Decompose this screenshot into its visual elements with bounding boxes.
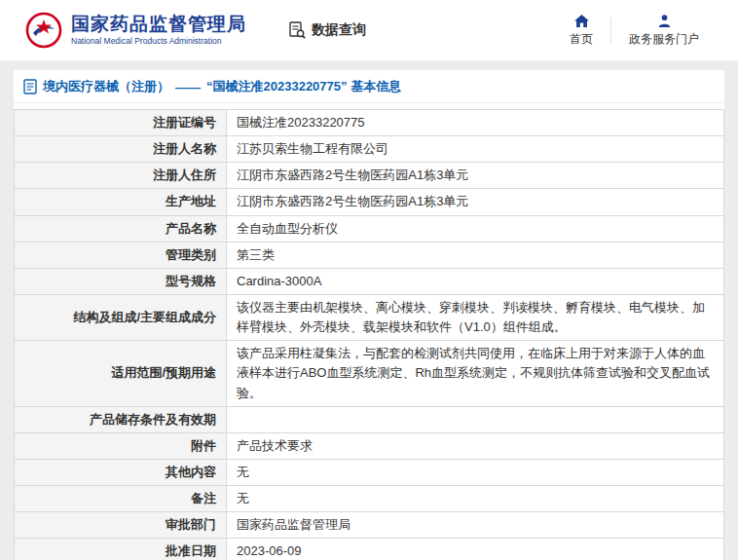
table-row: 其他内容 无 [15,459,724,485]
table-row: 备注 无 [15,486,724,512]
brand[interactable]: 国家药品监督管理局 National Medical Products Admi… [25,12,246,49]
field-value: 2023-06-09 [227,539,724,560]
field-label: 审批部门 [15,512,227,539]
table-row: 注册人住所 江阴市东盛西路2号生物医药园A1栋3单元 [15,163,724,189]
field-value: 第三类 [227,242,724,268]
person-icon [657,14,672,28]
table-row: 批准日期 2023-06-09 [15,539,724,560]
field-label: 管理类别 [15,242,227,268]
field-label: 其他内容 [15,459,227,485]
field-value: 无 [227,459,724,485]
home-icon [573,14,590,28]
field-value: 江阴市东盛西路2号生物医药园A1栋3单元 [227,163,724,189]
table-row: 产品名称 全自动血型分析仪 [15,215,724,242]
field-value: 国家药品监督管理局 [227,512,724,539]
breadcrumb-detail: “国械注准20233220775” 基本信息 [206,78,401,95]
field-value: 该仪器主要由机架模块、离心模块、穿刺模块、判读模块、孵育模块、电气模块、加样臂模… [227,294,724,340]
field-value: 产品技术要求 [227,432,724,459]
table-row: 产品储存条件及有效期 [15,406,724,432]
table-row: 结构及组成/主要组成成分 该仪器主要由机架模块、离心模块、穿刺模块、判读模块、孵… [15,294,724,340]
field-value [227,406,724,432]
site-title: 国家药品监督管理局 [71,14,246,35]
data-query-button[interactable]: 数据查询 [287,20,366,40]
field-label: 型号规格 [15,268,227,294]
table-row: 审批部门 国家药品监督管理局 [15,512,724,539]
field-value: 无 [227,486,724,512]
field-value: 全自动血型分析仪 [227,215,724,242]
breadcrumb-separator: —— [175,80,201,94]
nav-home[interactable]: 首页 [552,14,610,48]
table-row: 附件 产品技术要求 [15,432,724,459]
content-card: 境内医疗器械（注册） —— “国械注准20233220775” 基本信息 注册证… [14,70,724,560]
registration-info-table: 注册证编号 国械注准20233220775 注册人名称 江苏贝索生物工程有限公司… [14,109,724,560]
site-subtitle: National Medical Products Administration [71,37,246,47]
data-query-label: 数据查询 [312,21,366,39]
field-value: Cardina-3000A [227,268,724,294]
field-label: 备注 [15,486,227,512]
field-label: 附件 [15,432,227,459]
nav-home-label: 首页 [570,31,593,48]
nav-portal-label: 政务服务门户 [629,31,699,48]
field-label: 产品名称 [15,215,227,242]
field-label: 注册人名称 [15,136,227,163]
table-row: 型号规格 Cardina-3000A [15,268,724,294]
field-label: 注册证编号 [15,110,227,136]
field-label: 生产地址 [15,189,227,215]
field-value: 该产品采用柱凝集法，与配套的检测试剂共同使用，在临床上用于对来源于人体的血液样本… [227,341,724,406]
field-label: 产品储存条件及有效期 [15,406,227,432]
table-row: 注册证编号 国械注准20233220775 [15,110,724,136]
field-label: 批准日期 [15,539,227,560]
nav-portal[interactable]: 政务服务门户 [611,14,717,48]
table-row: 生产地址 江阴市东盛西路2号生物医药园A1栋3单元 [15,189,724,215]
nmpa-emblem-icon [25,12,62,49]
table-row: 注册人名称 江苏贝索生物工程有限公司 [15,136,724,163]
field-value: 江苏贝索生物工程有限公司 [227,136,724,163]
table-row: 管理类别 第三类 [15,242,724,268]
top-header: 国家药品监督管理局 National Medical Products Admi… [0,0,738,60]
table-row: 适用范围/预期用途 该产品采用柱凝集法，与配套的检测试剂共同使用，在临床上用于对… [15,341,724,406]
field-label: 结构及组成/主要组成成分 [15,294,227,340]
field-value: 国械注准20233220775 [227,110,724,136]
field-label: 注册人住所 [15,163,227,189]
field-value: 江阴市东盛西路2号生物医药园A1栋3单元 [227,189,724,215]
document-icon [23,79,37,94]
field-label: 适用范围/预期用途 [15,341,227,406]
breadcrumb: 境内医疗器械（注册） —— “国械注准20233220775” 基本信息 [14,70,724,103]
document-search-icon [287,20,307,40]
breadcrumb-section[interactable]: 境内医疗器械（注册） [43,78,169,95]
